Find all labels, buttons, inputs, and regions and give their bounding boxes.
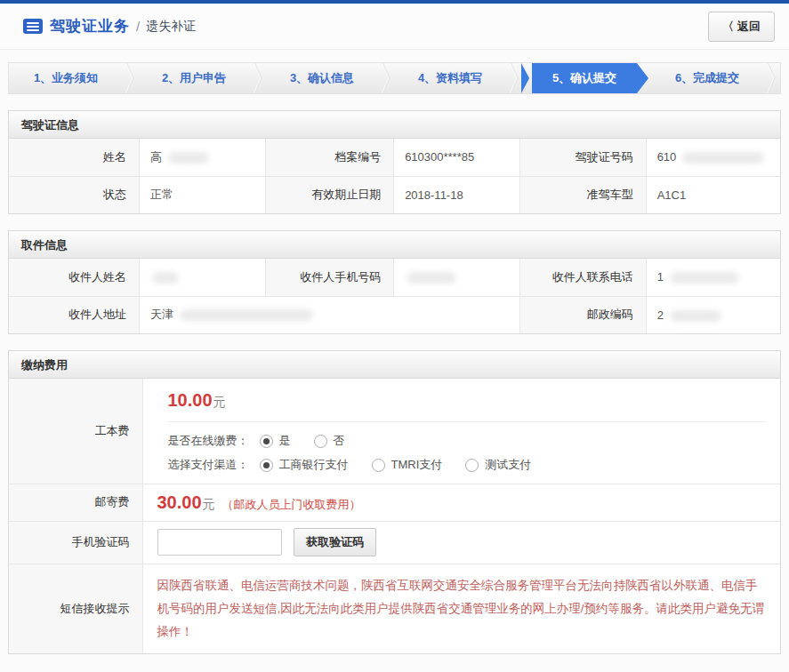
- step-4-fill-data[interactable]: 4、资料填写: [393, 63, 507, 93]
- file-no-label: 档案编号: [266, 139, 394, 176]
- radio-label: 是: [279, 433, 291, 449]
- license-no-label: 驾驶证号码: [520, 139, 646, 176]
- radio-label: TMRI支付: [391, 457, 443, 473]
- expire-value: 2018-11-18: [394, 176, 520, 213]
- online-pay-row: 是否在线缴费： 是 否: [168, 433, 767, 449]
- page-subtitle: 遗失补证: [146, 19, 196, 35]
- mail-fee-label: 邮寄费: [9, 484, 142, 521]
- work-fee-label: 工本费: [9, 379, 142, 484]
- redacted-blur: [180, 309, 313, 321]
- table-row: 短信接收提示 因陕西省联通、电信运营商技术问题，陕西省互联网交通安全综合服务管理…: [9, 564, 780, 653]
- step-2-declaration[interactable]: 2、用户申告: [137, 63, 251, 93]
- mail-fee-amount: 30.00: [157, 492, 202, 512]
- status-value: 正常: [140, 176, 266, 213]
- radio-icon[interactable]: [260, 459, 273, 472]
- recipient-mobile-value: [394, 259, 520, 296]
- table-row: 手机验证码 获取验证码: [9, 521, 780, 564]
- name-label: 姓名: [9, 139, 140, 176]
- chevron-separator-icon: [251, 63, 265, 93]
- work-fee-cell: 10.00元 是否在线缴费： 是 否: [142, 379, 780, 484]
- table-row: 收件人地址 天津 邮政编码 2: [9, 296, 780, 333]
- header: 驾驶证业务 / 遗失补证 〈 返回: [0, 4, 789, 50]
- vehicle-class-label: 准驾车型: [520, 176, 646, 213]
- status-label: 状态: [9, 176, 140, 213]
- sms-code-label: 手机验证码: [9, 521, 142, 564]
- file-no-value: 610300****85: [394, 139, 520, 176]
- redacted-blur: [682, 152, 764, 164]
- radio-icon[interactable]: [465, 459, 479, 472]
- redacted-blur: [670, 272, 739, 284]
- vehicle-class-value: A1C1: [646, 176, 780, 213]
- pay-channel-question: 选择支付渠道：: [168, 457, 249, 473]
- radio-icon[interactable]: [372, 459, 385, 472]
- mail-fee-unit: 元: [203, 497, 215, 511]
- redacted-blur: [168, 152, 209, 164]
- radio-icon[interactable]: [260, 435, 273, 448]
- breadcrumb-separator: /: [136, 19, 140, 34]
- redacted-blur: [152, 272, 179, 284]
- table-row: 姓名 高 档案编号 610300****85 驾驶证号码 610: [9, 139, 780, 176]
- pay-channel-row: 选择支付渠道： 工商银行支付 TMRI支付 测试支付: [168, 457, 767, 473]
- channel-option-icbc[interactable]: 工商银行支付: [260, 457, 349, 473]
- expire-label: 有效期止日期: [266, 176, 394, 213]
- work-fee-amount-line: 10.00元: [168, 390, 767, 411]
- recipient-phone-value: 1: [646, 259, 780, 296]
- license-info-table: 姓名 高 档案编号 610300****85 驾驶证号码 610 状态 正常 有…: [9, 139, 780, 213]
- step-wizard: 1、业务须知 2、用户申告 3、确认信息 4、资料填写 5、确认提交 6、完成提…: [8, 62, 781, 94]
- step-5-confirm-submit[interactable]: 5、确认提交: [532, 63, 637, 93]
- radio-icon[interactable]: [314, 435, 327, 448]
- radio-label: 否: [334, 433, 345, 449]
- step-6-finish-submit[interactable]: 6、完成提交: [650, 63, 764, 93]
- chevron-separator-icon: [123, 63, 137, 93]
- pickup-info-section: 取件信息 收件人姓名 收件人手机号码 收件人联系电话 1 收件人地址 天津 邮政…: [8, 230, 781, 334]
- recipient-mobile-label: 收件人手机号码: [266, 259, 394, 296]
- license-no-value: 610: [646, 139, 780, 176]
- sms-code-cell: 获取验证码: [142, 521, 780, 564]
- recipient-address-label: 收件人地址: [9, 296, 140, 333]
- divider: [168, 421, 767, 422]
- sms-tip-cell: 因陕西省联通、电信运营商技术问题，陕西省互联网交通安全综合服务管理平台无法向持陕…: [142, 564, 780, 653]
- online-pay-question: 是否在线缴费：: [168, 433, 249, 449]
- table-row: 收件人姓名 收件人手机号码 收件人联系电话 1: [9, 259, 780, 296]
- radio-label: 工商银行支付: [279, 457, 349, 473]
- name-value: 高: [140, 139, 266, 176]
- fees-section-title: 缴纳费用: [9, 351, 780, 379]
- step-bar-filler: [778, 63, 780, 93]
- redacted-blur: [407, 272, 456, 284]
- chevron-separator-icon: [379, 63, 393, 93]
- step-1-notice[interactable]: 1、业务须知: [9, 63, 123, 93]
- mail-fee-cell: 30.00元（邮政人员上门收取费用）: [142, 484, 780, 521]
- page-title: 驾驶证业务: [50, 16, 130, 36]
- recipient-phone-label: 收件人联系电话: [520, 259, 646, 296]
- sms-tip-label: 短信接收提示: [9, 564, 142, 653]
- breadcrumb: 驾驶证业务 / 遗失补证: [23, 16, 196, 36]
- recipient-address-value: 天津: [140, 296, 520, 333]
- channel-option-test[interactable]: 测试支付: [465, 457, 531, 473]
- step-3-confirm-info[interactable]: 3、确认信息: [265, 63, 379, 93]
- table-row: 邮寄费 30.00元（邮政人员上门收取费用）: [9, 484, 780, 521]
- channel-option-tmri[interactable]: TMRI支付: [372, 457, 443, 473]
- recipient-name-value: [140, 259, 266, 296]
- license-info-section: 驾驶证信息 姓名 高 档案编号 610300****85 驾驶证号码 610 状…: [8, 110, 781, 214]
- sms-code-input[interactable]: [157, 529, 282, 556]
- chevron-left-icon: 〈: [722, 19, 734, 35]
- get-code-button[interactable]: 获取验证码: [294, 528, 376, 556]
- work-fee-unit: 元: [213, 395, 226, 409]
- chevron-separator-icon: [764, 63, 778, 93]
- list-icon: [23, 19, 43, 34]
- mail-fee-note: （邮政人员上门收取费用）: [222, 498, 361, 511]
- table-row: 状态 正常 有效期止日期 2018-11-18 准驾车型 A1C1: [9, 176, 780, 213]
- online-pay-option-yes[interactable]: 是: [260, 433, 291, 449]
- recipient-name-label: 收件人姓名: [9, 259, 140, 296]
- back-button-label: 返回: [737, 19, 761, 35]
- postcode-label: 邮政编码: [520, 296, 646, 333]
- work-fee-amount: 10.00: [168, 390, 213, 410]
- fees-section: 缴纳费用 工本费 10.00元 是否在线缴费： 是: [8, 350, 781, 654]
- fees-table: 工本费 10.00元 是否在线缴费： 是: [9, 379, 780, 653]
- pickup-info-table: 收件人姓名 收件人手机号码 收件人联系电话 1 收件人地址 天津 邮政编码 2: [9, 259, 780, 333]
- redacted-blur: [670, 310, 721, 322]
- back-button[interactable]: 〈 返回: [708, 12, 775, 42]
- chevron-separator-icon: [507, 63, 521, 93]
- sms-tip-text: 因陕西省联通、电信运营商技术问题，陕西省互联网交通安全综合服务管理平台无法向持陕…: [143, 564, 781, 653]
- online-pay-option-no[interactable]: 否: [314, 433, 345, 449]
